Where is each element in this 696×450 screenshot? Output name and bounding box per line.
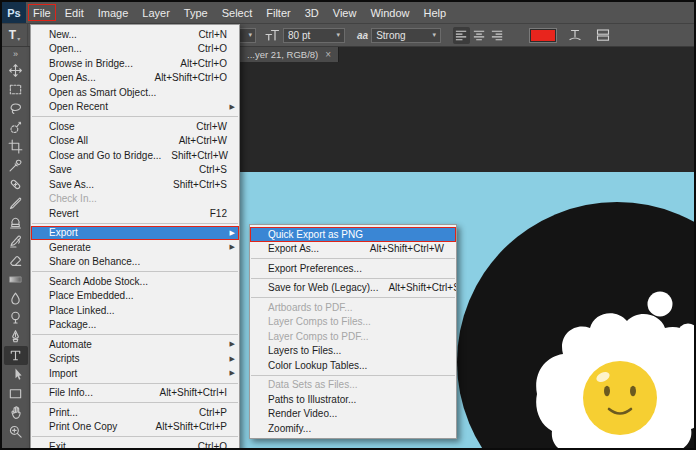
menubar-item-view[interactable]: View xyxy=(326,2,364,23)
menubar-item-edit[interactable]: Edit xyxy=(58,2,91,23)
menubar-item-image[interactable]: Image xyxy=(91,2,136,23)
menu-item-open-recent[interactable]: Open Recent▶ xyxy=(31,100,239,115)
menu-item-export-preferences[interactable]: Export Preferences... xyxy=(250,261,456,276)
menu-item-search-adobe-stock[interactable]: Search Adobe Stock... xyxy=(31,274,239,289)
menu-item-close[interactable]: CloseCtrl+W xyxy=(31,119,239,134)
align-left-button[interactable] xyxy=(453,27,470,44)
menu-item-revert[interactable]: RevertF12 xyxy=(31,206,239,221)
rectangle-tool[interactable] xyxy=(4,384,28,403)
menu-item-save[interactable]: SaveCtrl+S xyxy=(31,163,239,178)
menu-item-new[interactable]: New...Ctrl+N xyxy=(31,27,239,42)
menu-item-label: Export xyxy=(49,227,78,238)
font-style-select[interactable]: ▾ xyxy=(238,28,256,43)
menubar-item-file[interactable]: File xyxy=(26,2,58,23)
menu-item-save-for-web-legacy[interactable]: Save for Web (Legacy)...Alt+Shift+Ctrl+S xyxy=(250,281,456,296)
menu-item-shortcut: Alt+Shift+Ctrl+O xyxy=(144,72,227,83)
menu-item-label: Layers to Files... xyxy=(268,345,341,356)
menubar-item-filter[interactable]: Filter xyxy=(259,2,297,23)
menu-separator xyxy=(251,278,455,279)
hand-tool[interactable] xyxy=(4,403,28,422)
crop-tool[interactable] xyxy=(4,137,28,156)
menu-item-file-info[interactable]: File Info...Alt+Shift+Ctrl+I xyxy=(31,386,239,401)
menu-item-zoomify[interactable]: Zoomify... xyxy=(250,421,456,436)
menu-item-shortcut: Shift+Ctrl+W xyxy=(161,150,228,161)
gradient-tool[interactable] xyxy=(4,270,28,289)
menubar-item-3d[interactable]: 3D xyxy=(298,2,326,23)
menu-item-place-embedded[interactable]: Place Embedded... xyxy=(31,289,239,304)
dodge-tool[interactable] xyxy=(4,308,28,327)
menu-item-label: Scripts xyxy=(49,353,80,364)
brush-tool[interactable] xyxy=(4,194,28,213)
export-submenu: Quick Export as PNGExport As...Alt+Shift… xyxy=(249,224,457,439)
menu-separator xyxy=(32,271,238,272)
blur-tool[interactable] xyxy=(4,289,28,308)
close-icon[interactable]: × xyxy=(325,49,331,60)
egg-white-drop xyxy=(648,292,673,317)
eraser-tool[interactable] xyxy=(4,251,28,270)
menubar-item-type[interactable]: Type xyxy=(177,2,215,23)
menu-item-open[interactable]: Open...Ctrl+O xyxy=(31,42,239,57)
menu-item-print-one-copy[interactable]: Print One CopyAlt+Shift+Ctrl+P xyxy=(31,420,239,435)
spot-healing-brush-tool[interactable] xyxy=(4,175,28,194)
text-alignment-group xyxy=(453,27,506,44)
toolbar-collapse-chevrons-icon[interactable]: » xyxy=(13,47,18,61)
menu-item-exit[interactable]: ExitCtrl+Q xyxy=(31,439,239,450)
menu-item-export[interactable]: Export▶ xyxy=(31,226,239,241)
menu-item-package[interactable]: Package... xyxy=(31,318,239,333)
menu-item-label: Paths to Illustrator... xyxy=(268,394,356,405)
menu-item-print[interactable]: Print...Ctrl+P xyxy=(31,405,239,420)
menu-item-quick-export-as-png[interactable]: Quick Export as PNG xyxy=(250,227,456,242)
toggle-panels-button[interactable] xyxy=(594,27,612,44)
menu-item-close-all[interactable]: Close AllAlt+Ctrl+W xyxy=(31,134,239,149)
menu-item-open-as[interactable]: Open As...Alt+Shift+Ctrl+O xyxy=(31,71,239,86)
menu-item-render-video[interactable]: Render Video... xyxy=(250,407,456,422)
menu-item-layers-to-files[interactable]: Layers to Files... xyxy=(250,344,456,359)
zoom-tool[interactable] xyxy=(4,422,28,441)
submenu-arrow-icon: ▶ xyxy=(227,103,235,111)
menu-item-color-lookup-tables[interactable]: Color Lookup Tables... xyxy=(250,358,456,373)
path-selection-tool[interactable] xyxy=(4,365,28,384)
eyedropper-tool[interactable] xyxy=(4,156,28,175)
rectangular-marquee-tool[interactable] xyxy=(4,80,28,99)
text-color-swatch[interactable] xyxy=(530,29,556,42)
menu-item-close-and-go-to-bridge[interactable]: Close and Go to Bridge...Shift+Ctrl+W xyxy=(31,148,239,163)
menubar-item-layer[interactable]: Layer xyxy=(135,2,177,23)
document-tab[interactable]: ...yer 21, RGB/8) × xyxy=(240,47,339,62)
menu-item-label: Package... xyxy=(49,319,96,330)
horizontal-type-tool[interactable] xyxy=(4,346,28,365)
clone-stamp-tool[interactable] xyxy=(4,213,28,232)
move-tool[interactable] xyxy=(4,61,28,80)
menu-item-open-as-smart-object[interactable]: Open as Smart Object... xyxy=(31,85,239,100)
menu-item-paths-to-illustrator[interactable]: Paths to Illustrator... xyxy=(250,392,456,407)
warp-text-button[interactable] xyxy=(566,27,584,44)
menubar-item-select[interactable]: Select xyxy=(215,2,260,23)
pen-tool[interactable] xyxy=(4,327,28,346)
align-center-button[interactable] xyxy=(471,27,488,44)
menu-item-place-linked[interactable]: Place Linked... xyxy=(31,303,239,318)
menu-item-export-as[interactable]: Export As...Alt+Shift+Ctrl+W xyxy=(250,242,456,257)
anti-alias-select[interactable]: Strong ▾ xyxy=(371,28,441,43)
menu-separator xyxy=(32,334,238,335)
menubar-item-help[interactable]: Help xyxy=(417,2,454,23)
menu-item-shortcut: F12 xyxy=(200,208,227,219)
lasso-tool[interactable] xyxy=(4,99,28,118)
menu-item-shortcut: Alt+Ctrl+W xyxy=(169,135,227,146)
quick-selection-tool[interactable] xyxy=(4,118,28,137)
menu-item-scripts[interactable]: Scripts▶ xyxy=(31,352,239,367)
menu-item-browse-in-bridge[interactable]: Browse in Bridge...Alt+Ctrl+O xyxy=(31,56,239,71)
menu-item-shortcut: Ctrl+W xyxy=(186,121,227,132)
tool-preset-select[interactable]: T ▾ xyxy=(2,24,28,46)
font-size-icon xyxy=(264,27,280,43)
font-size-select[interactable]: 80 pt ▾ xyxy=(283,28,345,43)
menu-item-generate[interactable]: Generate▶ xyxy=(31,240,239,255)
menu-item-share-on-behance[interactable]: Share on Behance... xyxy=(31,255,239,270)
history-brush-tool[interactable] xyxy=(4,232,28,251)
menu-item-automate[interactable]: Automate▶ xyxy=(31,337,239,352)
menu-item-shortcut: Ctrl+P xyxy=(189,407,227,418)
menu-item-import[interactable]: Import▶ xyxy=(31,366,239,381)
align-right-button[interactable] xyxy=(489,27,506,44)
menubar-item-window[interactable]: Window xyxy=(363,2,416,23)
menu-item-save-as[interactable]: Save As...Shift+Ctrl+S xyxy=(31,177,239,192)
menu-item-label: Save for Web (Legacy)... xyxy=(268,282,378,293)
menu-bar: Ps FileEditImageLayerTypeSelectFilter3DV… xyxy=(2,2,694,24)
